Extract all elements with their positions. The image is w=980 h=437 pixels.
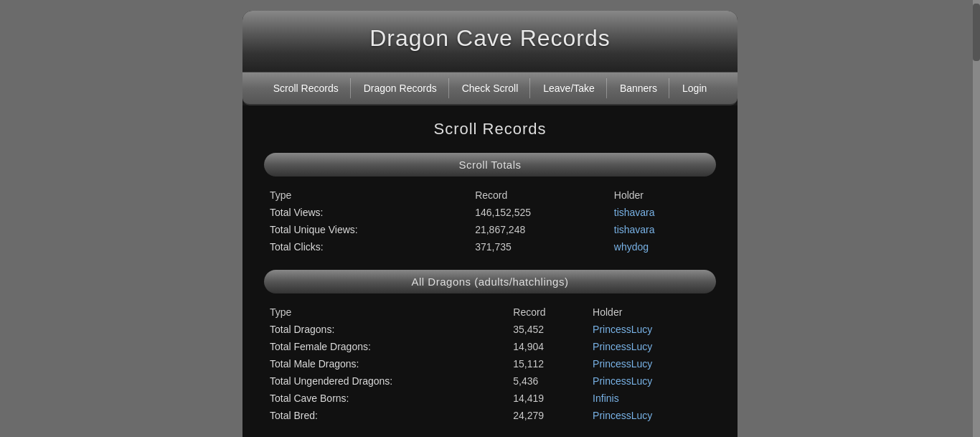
col-holder-1: Holder	[608, 187, 716, 204]
all-dragons-header: All Dragons (adults/hatchlings)	[264, 270, 716, 293]
site-title: Dragon Cave Records	[264, 25, 716, 52]
table-row: Total Female Dragons: 14,904 PrincessLuc…	[264, 338, 716, 355]
row-type: Total Dragons:	[264, 321, 507, 338]
row-holder[interactable]: Infinis	[587, 390, 716, 407]
col-type-2: Type	[264, 304, 507, 321]
row-type: Total Bred:	[264, 407, 507, 424]
holder-link[interactable]: PrincessLucy	[593, 324, 652, 335]
row-record: 24,279	[507, 407, 587, 424]
row-record: 146,152,525	[469, 204, 608, 221]
row-record: 14,904	[507, 338, 587, 355]
nav-bar: Scroll Records Dragon Records Check Scro…	[242, 72, 738, 105]
main-container: Dragon Cave Records Scroll Records Drago…	[242, 11, 738, 437]
row-type: Total Unique Views:	[264, 221, 469, 238]
table-row: Total Male Dragons: 15,112 PrincessLucy	[264, 355, 716, 372]
holder-link[interactable]: PrincessLucy	[593, 410, 652, 421]
header: Dragon Cave Records	[242, 11, 738, 72]
holder-link[interactable]: PrincessLucy	[593, 358, 652, 370]
all-dragons-table: Type Record Holder Total Dragons: 35,452…	[264, 304, 716, 424]
nav-banners[interactable]: Banners	[608, 78, 669, 98]
row-record: 21,867,248	[469, 221, 608, 238]
table-row: Total Dragons: 35,452 PrincessLucy	[264, 321, 716, 338]
col-record-1: Record	[469, 187, 608, 204]
row-type: Total Clicks:	[264, 238, 469, 255]
nav-scroll-records[interactable]: Scroll Records	[262, 78, 351, 98]
nav-login[interactable]: Login	[671, 78, 718, 98]
table-row: Total Clicks: 371,735 whydog	[264, 238, 716, 255]
table-row: Total Unique Views: 21,867,248 tishavara	[264, 221, 716, 238]
holder-link[interactable]: tishavara	[614, 207, 655, 218]
scroll-totals-header: Scroll Totals	[264, 153, 716, 177]
row-holder[interactable]: PrincessLucy	[587, 321, 716, 338]
row-record: 35,452	[507, 321, 587, 338]
page-title: Scroll Records	[264, 120, 716, 138]
all-dragons-section: All Dragons (adults/hatchlings) Type Rec…	[264, 270, 716, 424]
holder-link[interactable]: tishavara	[614, 224, 655, 235]
holder-link[interactable]: PrincessLucy	[593, 341, 652, 352]
scrollbar-track[interactable]	[973, 0, 980, 437]
holder-link[interactable]: PrincessLucy	[593, 375, 652, 387]
holder-link[interactable]: whydog	[614, 241, 649, 253]
row-holder[interactable]: tishavara	[608, 221, 716, 238]
row-holder[interactable]: tishavara	[608, 204, 716, 221]
row-holder[interactable]: PrincessLucy	[587, 372, 716, 390]
row-record: 14,419	[507, 390, 587, 407]
row-type: Total Male Dragons:	[264, 355, 507, 372]
col-type-1: Type	[264, 187, 469, 204]
row-record: 15,112	[507, 355, 587, 372]
nav-leave-take[interactable]: Leave/Take	[532, 78, 607, 98]
scroll-totals-table: Type Record Holder Total Views: 146,152,…	[264, 187, 716, 255]
row-type: Total Female Dragons:	[264, 338, 507, 355]
row-record: 5,436	[507, 372, 587, 390]
table-row: Total Ungendered Dragons: 5,436 Princess…	[264, 372, 716, 390]
row-holder[interactable]: PrincessLucy	[587, 338, 716, 355]
nav-check-scroll[interactable]: Check Scroll	[451, 78, 531, 98]
col-record-2: Record	[507, 304, 587, 321]
table-row: Total Views: 146,152,525 tishavara	[264, 204, 716, 221]
scroll-totals-section: Scroll Totals Type Record Holder Total V…	[264, 153, 716, 255]
nav-dragon-records[interactable]: Dragon Records	[352, 78, 449, 98]
row-record: 371,735	[469, 238, 608, 255]
col-holder-2: Holder	[587, 304, 716, 321]
row-holder[interactable]: whydog	[608, 238, 716, 255]
content-area: Scroll Records Scroll Totals Type Record…	[242, 105, 738, 437]
row-type: Total Ungendered Dragons:	[264, 372, 507, 390]
row-type: Total Cave Borns:	[264, 390, 507, 407]
table-row: Total Bred: 24,279 PrincessLucy	[264, 407, 716, 424]
row-holder[interactable]: PrincessLucy	[587, 407, 716, 424]
scrollbar-thumb[interactable]	[973, 4, 980, 61]
scroll-totals-header-row: Type Record Holder	[264, 187, 716, 204]
all-dragons-header-row: Type Record Holder	[264, 304, 716, 321]
row-type: Total Views:	[264, 204, 469, 221]
holder-link[interactable]: Infinis	[593, 393, 619, 404]
row-holder[interactable]: PrincessLucy	[587, 355, 716, 372]
table-row: Total Cave Borns: 14,419 Infinis	[264, 390, 716, 407]
